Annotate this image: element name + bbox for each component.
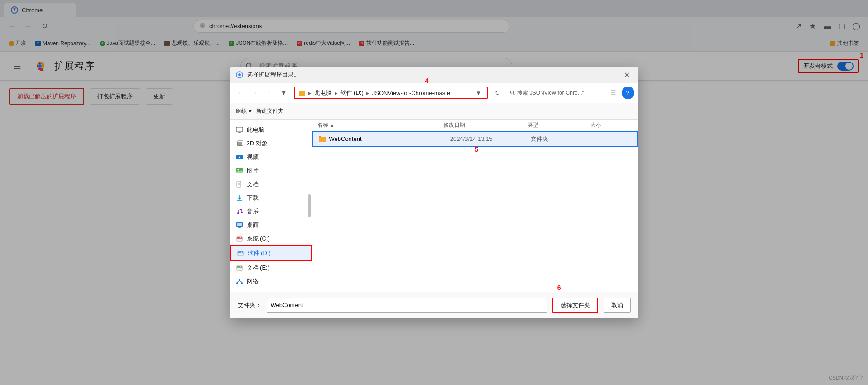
- document-icon: [236, 181, 243, 188]
- svg-point-49: [241, 282, 243, 284]
- sidebar-label: 图片: [247, 167, 259, 175]
- svg-point-13: [510, 91, 513, 94]
- sidebar-item-computer[interactable]: 此电脑: [230, 123, 312, 137]
- network-icon: [236, 278, 243, 285]
- sidebar-label: 文档: [247, 180, 259, 188]
- sidebar-label: 文档 (E:): [247, 264, 270, 272]
- annotation-6: 6: [557, 284, 561, 291]
- computer-icon: [236, 126, 243, 134]
- sidebar-label: 音乐: [247, 207, 259, 216]
- svg-point-47: [239, 279, 240, 280]
- path-dropdown-button[interactable]: ▼: [474, 88, 483, 97]
- view-options-button[interactable]: ☰: [607, 87, 620, 99]
- svg-point-29: [237, 212, 239, 214]
- svg-rect-36: [237, 237, 242, 239]
- image-icon: [236, 167, 243, 174]
- col-size: 大小: [590, 121, 633, 129]
- help-button[interactable]: ?: [622, 87, 634, 99]
- desktop-icon: [236, 221, 243, 229]
- svg-rect-12: [299, 91, 305, 96]
- svg-point-11: [238, 73, 241, 76]
- col-name[interactable]: 名称 ▲: [317, 121, 443, 129]
- col-type: 类型: [528, 121, 590, 129]
- cancel-button[interactable]: 取消: [604, 298, 631, 313]
- sidebar-label: 软件 (D:): [248, 249, 271, 257]
- svg-point-37: [240, 237, 241, 238]
- dialog-search-placeholder: 搜索"JSONView-for-Chro...": [517, 89, 584, 97]
- dialog-body: 此电脑 3D 对象: [230, 120, 638, 292]
- sidebar-item-image[interactable]: 图片: [230, 164, 312, 178]
- svg-point-30: [241, 212, 243, 213]
- sidebar-label: 系统 (C:): [247, 235, 270, 243]
- dialog-main: 名称 ▲ 修改日期 类型 大小: [312, 120, 638, 292]
- refresh-button[interactable]: ↻: [491, 87, 504, 99]
- folder-icon: [298, 89, 306, 96]
- new-folder-button[interactable]: 新建文件夹: [256, 107, 283, 115]
- file-type: 文件夹: [531, 135, 591, 143]
- svg-rect-32: [237, 223, 242, 226]
- sidebar-item-d-drive[interactable]: 软件 (D:) 3: [230, 245, 312, 261]
- dialog-chrome-icon: [236, 71, 243, 78]
- browser-frame: Chrome ← → ↻ i chrome://extensions ↗ ★ ▬…: [0, 0, 868, 385]
- annotation-4: 4: [425, 77, 429, 84]
- dialog-close-button[interactable]: ✕: [622, 69, 633, 80]
- dialog-toolbar2: 组织 ▼ 新建文件夹: [230, 103, 638, 120]
- file-dialog: 选择扩展程序目录。 ✕ ← → ↑ ▼ ▸: [230, 67, 638, 318]
- 3d-icon: [236, 140, 243, 147]
- path-breadcrumb: ▸ 此电脑 ▸ 软件 (D:) ▸ JSONView-for-Chrome-ma…: [294, 87, 488, 99]
- dialog-search: 搜索"JSONView-for-Chro...": [506, 87, 605, 99]
- svg-point-45: [240, 266, 241, 267]
- drive-d-icon: [237, 250, 244, 257]
- folder-file-icon: [318, 135, 326, 143]
- dialog-bottom: 文件夹： 6 选择文件夹 取消: [230, 292, 638, 318]
- sidebar-item-docs[interactable]: 文档: [230, 178, 312, 191]
- dialog-toolbar: ← → ↑ ▼ ▸ 此电脑 ▸ 软件 (D:) ▸: [230, 83, 638, 103]
- sidebar-label: 下载: [247, 194, 259, 202]
- sidebar-label: 3D 对象: [247, 140, 268, 148]
- dialog-title: 选择扩展程序目录。: [247, 71, 622, 79]
- sidebar-item-3d[interactable]: 3D 对象: [230, 137, 312, 150]
- sidebar-item-desktop[interactable]: 桌面: [230, 218, 312, 232]
- sidebar-item-e-drive[interactable]: 文档 (E:): [230, 261, 312, 274]
- sidebar-item-c-drive[interactable]: 系统 (C:): [230, 232, 312, 245]
- file-date: 2024/3/14 13:15: [450, 135, 531, 142]
- select-folder-button[interactable]: 选择文件夹: [552, 298, 598, 313]
- sidebar-item-music[interactable]: 音乐: [230, 205, 312, 218]
- svg-rect-15: [236, 127, 243, 132]
- dialog-search-icon: [510, 90, 515, 96]
- folder-input[interactable]: [267, 298, 547, 313]
- drive-e-icon: [236, 264, 243, 271]
- file-name: WebContent: [329, 135, 450, 142]
- sidebar-item-download[interactable]: 下载: [230, 191, 312, 205]
- drive-c-icon: [236, 235, 243, 242]
- sidebar-label: 桌面: [247, 221, 259, 229]
- download-icon: [236, 194, 243, 202]
- organize-button[interactable]: 组织 ▼: [236, 107, 253, 115]
- video-icon: [236, 154, 243, 161]
- col-date: 修改日期: [443, 121, 528, 129]
- folder-label: 文件夹：: [238, 301, 261, 309]
- sidebar-item-network[interactable]: 网络: [230, 274, 312, 288]
- dialog-titlebar: 选择扩展程序目录。 ✕: [230, 67, 638, 83]
- path-computer: 此电脑: [314, 89, 332, 97]
- path-folder: JSONView-for-Chrome-master: [372, 90, 452, 96]
- sidebar-label: 网络: [247, 277, 259, 285]
- svg-point-23: [237, 169, 239, 170]
- sidebar-item-video[interactable]: 视频: [230, 150, 312, 164]
- svg-line-14: [513, 94, 514, 95]
- file-column-headers: 名称 ▲ 修改日期 类型 大小: [312, 120, 638, 131]
- svg-line-51: [240, 280, 242, 282]
- page-content: ☰ 扩展程序: [0, 52, 868, 385]
- dialog-sidebar: 此电脑 3D 对象: [230, 120, 312, 292]
- svg-line-50: [237, 280, 240, 282]
- file-item-webcontent[interactable]: 5 WebContent 2024/3/14 13:15 文件夹: [312, 131, 638, 147]
- file-list: 5 WebContent 2024/3/14 13:15 文件夹: [312, 131, 638, 292]
- recent-button[interactable]: ▼: [278, 87, 290, 99]
- path-drive: 软件 (D:): [340, 89, 364, 97]
- forward-button[interactable]: →: [249, 87, 261, 99]
- sidebar-scrollbar: [308, 194, 311, 217]
- svg-point-41: [241, 252, 242, 253]
- back-button[interactable]: ←: [234, 87, 247, 99]
- up-button[interactable]: ↑: [263, 87, 276, 99]
- sidebar-label: 视频: [247, 153, 259, 161]
